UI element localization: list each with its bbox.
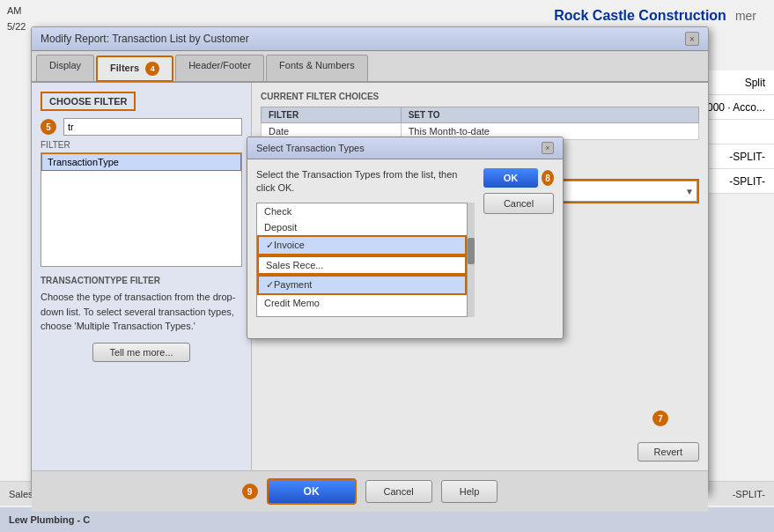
- filter-col-header: FILTER: [262, 107, 402, 123]
- stt-scrollbar: [468, 203, 475, 317]
- setto-col-header: SET TO: [401, 107, 698, 123]
- stt-ok-row: OK 8: [483, 168, 554, 188]
- stt-item-check[interactable]: Check: [257, 203, 467, 219]
- modal-ok-button[interactable]: OK: [267, 478, 357, 505]
- filter-label: FILTER: [41, 140, 242, 150]
- tab-header-footer[interactable]: Header/Footer: [175, 55, 264, 81]
- stt-title: Select Transaction Types: [256, 143, 365, 153]
- left-panel: CHOOSE FILTER 5 FILTER TransactionType T…: [32, 83, 252, 470]
- stt-item-salesreceipt[interactable]: Sales Rece...: [257, 255, 467, 275]
- modal-cancel-button[interactable]: Cancel: [365, 480, 432, 503]
- customer-label: mer: [735, 9, 756, 23]
- filter-list-item-empty-3: [41, 206, 241, 224]
- stt-titlebar: Select Transaction Types ×: [247, 137, 563, 159]
- filter-search-input[interactable]: [63, 118, 242, 136]
- current-filter-title: CURRENT FILTER CHOICES: [261, 92, 699, 101]
- tab-display[interactable]: Display: [36, 55, 94, 81]
- stt-body: Select the Transaction Types from the li…: [247, 159, 563, 322]
- stt-cancel-button[interactable]: Cancel: [483, 193, 554, 214]
- tab-fonts-numbers[interactable]: Fonts & Numbers: [266, 55, 368, 81]
- stt-item-creditmemo[interactable]: Credit Memo: [257, 295, 467, 311]
- stt-left: Select the Transaction Types from the li…: [256, 168, 475, 314]
- filter-description: Choose the type of transaction from the …: [41, 290, 242, 334]
- tabs-row: Display Filters 4 Header/Footer Fonts & …: [32, 51, 708, 83]
- stt-close-button[interactable]: ×: [542, 142, 554, 154]
- revert-button[interactable]: Revert: [638, 442, 699, 462]
- modal-help-button[interactable]: Help: [441, 480, 498, 503]
- modal-close-button[interactable]: ×: [685, 32, 699, 46]
- step8-badge: 8: [542, 170, 554, 186]
- stt-instruction: Select the Transaction Types from the li…: [256, 168, 475, 196]
- tab-filters-badge: 4: [145, 62, 159, 76]
- filter-list-item-empty-1: [41, 171, 241, 188]
- modal-titlebar: Modify Report: Transaction List by Custo…: [32, 27, 708, 51]
- filter-list-item-transactiontype[interactable]: TransactionType: [41, 153, 241, 171]
- stt-item-invoice[interactable]: ✓Invoice: [257, 235, 467, 255]
- step9-badge: 9: [242, 484, 258, 499]
- modal-title: Modify Report: Transaction List by Custo…: [41, 33, 249, 45]
- modal-footer: 9 OK Cancel Help: [32, 470, 708, 512]
- filter-list-item-empty-2: [41, 188, 241, 206]
- choose-filter-label: CHOOSE FILTER: [41, 92, 136, 111]
- current-filter-table: FILTER SET TO Date This Month-to-date: [261, 107, 699, 140]
- stt-item-payment[interactable]: ✓Payment: [257, 275, 467, 295]
- app-title: Rock Castle Construction: [554, 8, 726, 24]
- stt-right: OK 8 Cancel: [483, 168, 554, 314]
- stt-ok-button[interactable]: OK: [483, 168, 538, 188]
- select-tt-dialog: Select Transaction Types × Select the Tr…: [247, 137, 564, 339]
- filter-list-box[interactable]: TransactionType: [41, 152, 242, 267]
- filter-list-item-empty-4: [41, 224, 241, 241]
- stt-item-deposit[interactable]: Deposit: [257, 219, 467, 235]
- stt-list-wrapper: Check Deposit ✓Invoice Sales Rece... ✓Pa…: [256, 203, 475, 317]
- tab-filters[interactable]: Filters 4: [96, 55, 173, 82]
- stt-scrollbar-thumb: [468, 238, 475, 264]
- app-time: AM: [7, 4, 169, 19]
- stt-list[interactable]: Check Deposit ✓Invoice Sales Rece... ✓Pa…: [256, 203, 468, 317]
- tell-me-more-button[interactable]: Tell me more...: [92, 343, 189, 362]
- revert-row: Revert: [261, 433, 699, 462]
- step5-badge: 5: [41, 119, 56, 135]
- filter-search-row: 5: [41, 118, 242, 136]
- transactiontype-filter-label: TRANSACTIONTYPE FILTER: [41, 276, 242, 285]
- step7-badge: 7: [652, 410, 668, 426]
